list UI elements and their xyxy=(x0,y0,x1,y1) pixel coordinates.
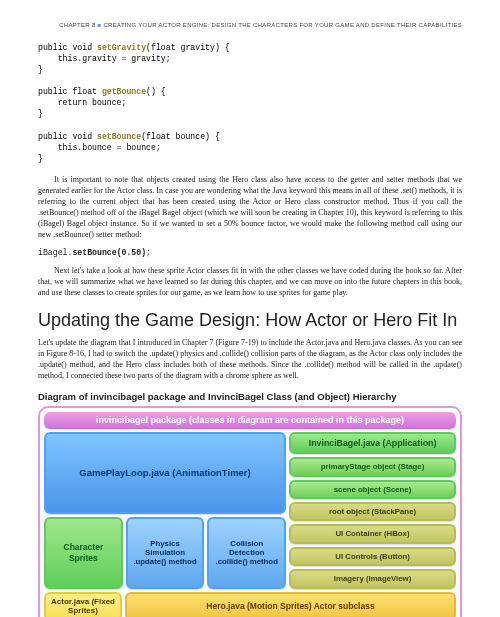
paragraph-2: Next let's take a look at how these spri… xyxy=(38,265,462,298)
section-heading: Updating the Game Design: How Actor or H… xyxy=(38,310,462,331)
uicontainer-box: UI Container (HBox) xyxy=(289,524,456,543)
primarystage-box: primaryStage object (Stage) xyxy=(289,457,456,476)
package-diagram: invincibagel package (classes in diagram… xyxy=(38,406,462,617)
imagery-box: Imagery (ImageView) xyxy=(289,569,456,588)
paragraph-3: Let's update the diagram that I introduc… xyxy=(38,337,462,381)
chapter-title: CREATING YOUR ACTOR ENGINE: DESIGN THE C… xyxy=(103,22,462,28)
physics-box: Physics Simulation .update() method xyxy=(126,517,205,589)
invincibagel-box: InvinciBagel.java (Application) xyxy=(289,432,456,455)
charsprites-box: Character Sprites xyxy=(44,517,123,589)
paragraph-1: It is important to note that objects cre… xyxy=(38,174,462,240)
hero-box: Hero.java (Motion Sprites) Actor subclas… xyxy=(125,592,456,618)
root-box: root object (StackPane) xyxy=(289,502,456,521)
collision-box: Collision Detection .collide() method xyxy=(207,517,286,589)
separator-icon: ■ xyxy=(98,22,102,28)
gameplayloop-box: GamePlayLoop.java (AnimationTimer) xyxy=(44,432,286,514)
uicontrols-box: UI Controls (Button) xyxy=(289,547,456,566)
inline-code-setbounce: iBagel.setBounce(0.50); xyxy=(38,248,462,257)
diagram-title: Diagram of invincibagel package and Invi… xyxy=(38,391,462,402)
chapter-header: CHAPTER 8 ■ CREATING YOUR ACTOR ENGINE: … xyxy=(38,22,462,28)
code-block-setGravity: public void setGravity(float gravity) { … xyxy=(38,42,462,164)
chapter-label: CHAPTER 8 xyxy=(59,22,95,28)
actor-box: Actor.java (Fixed Sprites) xyxy=(44,592,122,618)
scene-box: scene object (Scene) xyxy=(289,480,456,499)
package-bar: invincibagel package (classes in diagram… xyxy=(44,412,456,429)
